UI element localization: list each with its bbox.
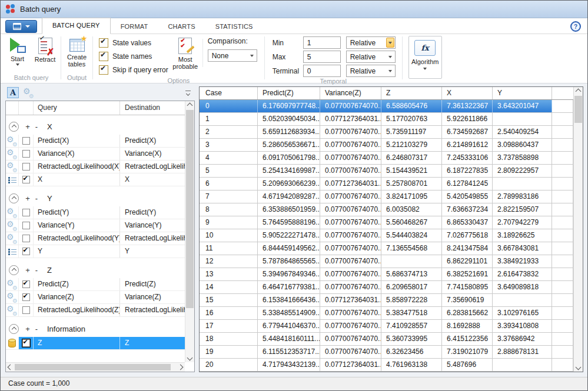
destination-column-header[interactable]: Destination bbox=[120, 101, 185, 115]
dropdown-arrow-icon[interactable] bbox=[386, 38, 394, 48]
row-checkbox[interactable] bbox=[22, 163, 30, 171]
remove-query-button[interactable]: - bbox=[34, 266, 39, 275]
column-header-z[interactable]: Z bbox=[381, 87, 442, 99]
query-group-information[interactable]: +-Information bbox=[6, 322, 185, 335]
tab-batch-query[interactable]: BATCH QUERY bbox=[42, 18, 111, 34]
tab-charts[interactable]: CHARTS bbox=[158, 19, 205, 34]
table-row[interactable]: 135.394967849346...0.077007674070...5.68… bbox=[200, 268, 573, 281]
column-header-case[interactable]: Case bbox=[200, 87, 258, 99]
min-input[interactable] bbox=[303, 36, 341, 49]
table-row[interactable]: 25.659112683934...0.077007674070...5.735… bbox=[200, 126, 573, 139]
table-row[interactable]: 165.338485514909...0.077007674070...5.38… bbox=[200, 307, 573, 320]
row-checkbox[interactable] bbox=[22, 222, 30, 229]
collapse-group-button[interactable] bbox=[9, 122, 19, 132]
remove-query-button[interactable]: - bbox=[34, 325, 39, 333]
max-input[interactable] bbox=[303, 51, 341, 63]
row-checkbox[interactable] bbox=[22, 137, 30, 145]
query-group-y[interactable]: +-Y bbox=[6, 192, 185, 205]
table-row[interactable]: 176.779441046370...0.077007674070...7.41… bbox=[200, 320, 573, 333]
table-row[interactable]: 185.448418160111...0.077007674070...5.36… bbox=[200, 333, 573, 346]
add-query-button[interactable]: + bbox=[25, 266, 30, 275]
most-probable-button[interactable]: Most probable bbox=[171, 35, 200, 70]
row-checkbox[interactable] bbox=[22, 248, 30, 255]
collapse-group-button[interactable] bbox=[9, 193, 19, 203]
min-mode-dropdown[interactable]: Relative bbox=[346, 36, 396, 49]
query-row[interactable]: RetractedLogLikelihood(Y)RetractedLogLik… bbox=[6, 232, 185, 245]
query-row[interactable]: Variance(X)Variance(X) bbox=[6, 148, 185, 161]
retract-button[interactable]: ✓ Retract bbox=[31, 35, 59, 63]
query-panel-horizontal-scrollbar[interactable] bbox=[6, 362, 185, 372]
query-group-z[interactable]: +-Z bbox=[6, 263, 185, 276]
dropdown-arrow-icon[interactable] bbox=[386, 51, 395, 62]
query-row[interactable]: Variance(Y)Variance(Y) bbox=[6, 219, 185, 232]
row-checkbox[interactable] bbox=[22, 293, 30, 301]
tab-format[interactable]: FORMAT bbox=[111, 19, 158, 34]
row-checkbox[interactable] bbox=[22, 306, 30, 314]
row-checkbox[interactable] bbox=[22, 280, 30, 288]
table-row[interactable]: 46.091705061798...0.077007674070...6.246… bbox=[200, 152, 573, 165]
scroll-right-arrow[interactable] bbox=[176, 363, 185, 372]
query-row[interactable]: ZZ bbox=[6, 337, 185, 350]
row-checkbox[interactable] bbox=[22, 150, 30, 158]
help-button[interactable]: ? bbox=[570, 21, 581, 32]
table-row[interactable]: 95.764595888196...0.077007674070...5.560… bbox=[200, 216, 573, 229]
row-checkbox[interactable] bbox=[22, 235, 30, 242]
remove-query-button[interactable]: - bbox=[34, 194, 39, 203]
comparison-dropdown[interactable]: None bbox=[208, 49, 257, 62]
create-tables-button[interactable]: Create tables bbox=[63, 35, 91, 68]
scroll-down-arrow[interactable] bbox=[185, 353, 194, 362]
table-row[interactable]: 06.176097977748...0.077007674070...6.588… bbox=[200, 100, 573, 113]
query-group-x[interactable]: +-X bbox=[6, 120, 185, 133]
algorithm-button[interactable]: fx Algorithm bbox=[408, 36, 442, 79]
state-values-checkbox[interactable]: State values bbox=[99, 36, 168, 49]
table-row[interactable]: 196.115512353717...0.077007674070...6.32… bbox=[200, 346, 573, 359]
skip-if-query-error-checkbox[interactable]: Skip if query error bbox=[99, 63, 168, 76]
query-panel-vertical-scrollbar[interactable] bbox=[185, 101, 194, 362]
collapse-panel-icon[interactable] bbox=[185, 91, 191, 95]
application-menu-button[interactable] bbox=[5, 20, 37, 33]
column-header-y[interactable]: Y bbox=[493, 87, 552, 99]
row-checkbox[interactable] bbox=[22, 339, 30, 347]
scroll-down-arrow[interactable] bbox=[574, 363, 583, 372]
table-row[interactable]: 156.153841666436...0.077127364031...5.85… bbox=[200, 294, 573, 307]
column-header-predict-z[interactable]: Predict(Z) bbox=[258, 87, 320, 99]
dropdown-arrow-icon[interactable] bbox=[386, 65, 395, 76]
scrollbar-thumb[interactable] bbox=[574, 96, 582, 123]
query-column-header[interactable]: Query bbox=[34, 101, 120, 115]
state-names-checkbox[interactable]: State names bbox=[99, 49, 168, 63]
table-row[interactable]: 116.844459149562...0.077007674070...7.13… bbox=[200, 242, 573, 255]
terminal-mode-dropdown[interactable]: Relative bbox=[346, 65, 396, 77]
collapse-group-button[interactable] bbox=[9, 324, 19, 334]
tab-statistics[interactable]: STATISTICS bbox=[205, 19, 263, 34]
table-row[interactable]: 35.286056536671...0.077007674070...5.212… bbox=[200, 139, 573, 152]
start-button[interactable]: Start bbox=[4, 35, 31, 66]
terminal-input[interactable] bbox=[303, 65, 341, 77]
scroll-left-arrow[interactable] bbox=[6, 363, 15, 372]
scroll-up-arrow[interactable] bbox=[185, 101, 194, 110]
collapse-group-button[interactable] bbox=[9, 265, 19, 275]
row-checkbox[interactable] bbox=[22, 176, 30, 183]
query-row[interactable]: Variance(Z)Variance(Z) bbox=[6, 291, 185, 304]
max-mode-dropdown[interactable]: Relative bbox=[346, 51, 396, 63]
add-query-button[interactable]: + bbox=[25, 122, 30, 131]
column-header-variance-z[interactable]: Variance(Z) bbox=[320, 87, 381, 99]
table-row[interactable]: 86.353886501959...0.077007674070...6.003… bbox=[200, 203, 573, 216]
table-row[interactable]: 105.905222271478...0.077007674070...5.54… bbox=[200, 229, 573, 242]
scrollbar-thumb[interactable] bbox=[186, 110, 194, 308]
table-row[interactable]: 15.052039045034...0.077127364031...5.177… bbox=[200, 113, 573, 126]
query-row[interactable]: XX bbox=[6, 173, 185, 186]
query-row[interactable]: RetractedLogLikelihood(X)RetractedLogLik… bbox=[6, 161, 185, 173]
table-row[interactable]: 146.464716779381...0.077007674070...6.20… bbox=[200, 281, 573, 294]
table-row[interactable]: 74.671942089287...0.077007674070...3.824… bbox=[200, 191, 573, 203]
row-checkbox[interactable] bbox=[22, 209, 30, 216]
scrollbar-thumb[interactable] bbox=[15, 364, 171, 370]
gears-icon[interactable] bbox=[23, 88, 34, 98]
table-row[interactable]: 204.717943432139...0.077127364031...4.76… bbox=[200, 359, 573, 372]
table-row[interactable]: 65.209693066239...0.077127364031...5.257… bbox=[200, 178, 573, 191]
add-query-button[interactable]: + bbox=[25, 194, 30, 203]
query-row[interactable]: Predict(X)Predict(X) bbox=[6, 135, 185, 148]
query-row[interactable]: Predict(Y)Predict(Y) bbox=[6, 206, 185, 219]
add-query-button[interactable]: + bbox=[25, 325, 30, 333]
remove-query-button[interactable]: - bbox=[34, 122, 39, 131]
query-row[interactable]: Predict(Z)Predict(Z) bbox=[6, 278, 185, 291]
